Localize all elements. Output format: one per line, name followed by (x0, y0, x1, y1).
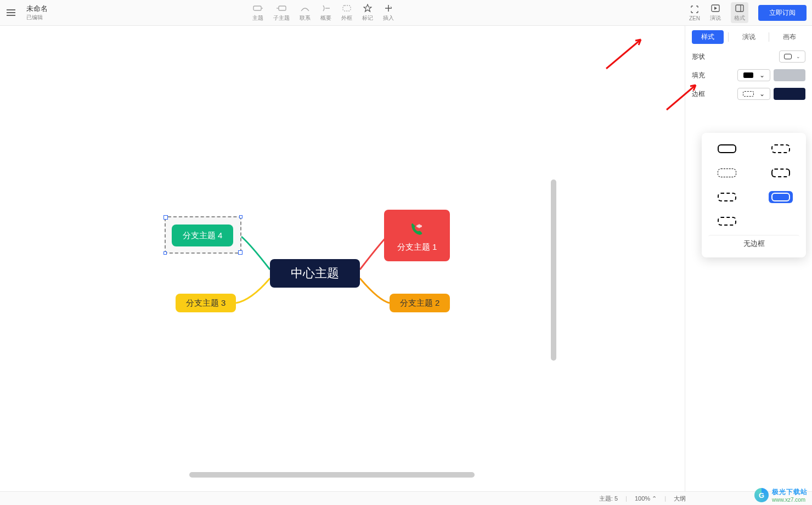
status-bar: 主题: 5 | 100% ⌃ | 大纲 (0, 491, 812, 505)
toolbar-insert[interactable]: 插入 (383, 3, 394, 22)
document-status: 已编辑 (26, 14, 48, 21)
zoom-level[interactable]: 100% ⌃ (635, 495, 657, 502)
border-option-solid[interactable] (715, 143, 739, 155)
border-option-dashed-3[interactable] (715, 215, 739, 227)
watermark-name: 极光下载站 (772, 487, 808, 497)
tab-style[interactable]: 样式 (692, 30, 724, 44)
no-border-button[interactable]: 无边框 (708, 235, 799, 252)
subscribe-button[interactable]: 立即订阅 (758, 5, 807, 21)
border-color-swatch[interactable] (774, 88, 805, 100)
toolbar-relation[interactable]: 联系 (300, 3, 311, 22)
shape-preview-icon (784, 54, 792, 59)
tab-canvas[interactable]: 画布 (774, 30, 805, 44)
menu-button[interactable] (0, 0, 22, 25)
relation-icon (300, 3, 310, 13)
plus-icon (384, 3, 393, 13)
play-icon (710, 3, 720, 13)
node-branch-2[interactable]: 分支主题 2 (390, 294, 450, 312)
shape-label: 形状 (692, 52, 705, 61)
connector-lines (0, 26, 685, 491)
subtopic-icon (277, 3, 286, 13)
border-style-preview-icon (743, 91, 754, 97)
top-toolbar: 未命名 已编辑 主题 子主题 联系 概要 外框 标记 插入 (0, 0, 812, 26)
svg-rect-11 (736, 5, 743, 12)
fill-color-swatch[interactable] (774, 69, 805, 81)
star-icon (363, 3, 373, 13)
toolbar-boundary[interactable]: 外框 (341, 3, 352, 22)
border-style-popover: 无边框 (702, 133, 806, 257)
toolbar-marker[interactable]: 标记 (362, 3, 373, 22)
chevron-down-icon: ⌄ (759, 71, 765, 79)
document-title: 未命名 (26, 4, 48, 14)
vertical-scrollbar[interactable] (551, 179, 556, 361)
outline-button[interactable]: 大纲 (674, 495, 686, 503)
border-style-select[interactable]: ⌄ (737, 88, 770, 100)
phone-icon (407, 219, 427, 239)
node-branch-3[interactable]: 分支主题 3 (176, 294, 236, 312)
toolbar-zen[interactable]: ZEN (689, 4, 700, 21)
canvas[interactable]: 中心主题 分支主题 1 分支主题 2 分支主题 3 分支主题 4 (0, 26, 685, 491)
svg-rect-6 (279, 6, 286, 10)
fill-swatch-icon (743, 72, 753, 78)
svg-rect-7 (343, 5, 351, 11)
watermark: G 极光下载站 www.xz7.com (754, 487, 808, 503)
border-option-solid-bold[interactable] (769, 191, 793, 203)
border-option-mixed[interactable] (769, 167, 793, 179)
fill-label: 填充 (692, 71, 705, 80)
chevron-down-icon: ⌄ (759, 90, 765, 98)
border-option-dashed-thin[interactable] (715, 167, 739, 179)
document-title-block: 未命名 已编辑 (26, 4, 48, 21)
chevron-down-icon: ⌄ (796, 54, 800, 59)
watermark-logo-icon: G (754, 488, 769, 502)
topic-icon (253, 3, 263, 13)
horizontal-scrollbar[interactable] (189, 472, 475, 478)
toolbar-format[interactable]: 格式 (731, 2, 748, 23)
node-branch-1-label: 分支主题 1 (397, 242, 437, 252)
border-option-dashed-2[interactable] (715, 191, 739, 203)
boundary-icon (342, 3, 352, 13)
zen-icon (690, 4, 700, 14)
node-branch-1[interactable]: 分支主题 1 (384, 210, 450, 261)
border-option-dashed-1[interactable] (769, 143, 793, 155)
format-panel-icon (735, 3, 745, 13)
node-center[interactable]: 中心主题 (270, 259, 360, 288)
shape-select[interactable]: ⌄ (779, 50, 805, 63)
summary-icon (321, 3, 331, 13)
node-branch-4[interactable]: 分支主题 4 (172, 225, 233, 246)
fill-width-select[interactable]: ⌄ (737, 69, 770, 81)
border-label: 边框 (692, 89, 705, 99)
toolbar-subtopic[interactable]: 子主题 (273, 3, 290, 22)
tab-present[interactable]: 演说 (733, 30, 765, 44)
topic-count: 主题: 5 (599, 495, 618, 503)
toolbar-present[interactable]: 演说 (710, 3, 721, 22)
watermark-url: www.xz7.com (772, 497, 808, 503)
format-panel: 样式 演说 画布 形状 ⌄ 填充 ⌄ 边框 (685, 26, 812, 491)
toolbar-topic[interactable]: 主题 (252, 3, 263, 22)
svg-rect-3 (253, 6, 261, 10)
toolbar-summary[interactable]: 概要 (320, 3, 331, 22)
